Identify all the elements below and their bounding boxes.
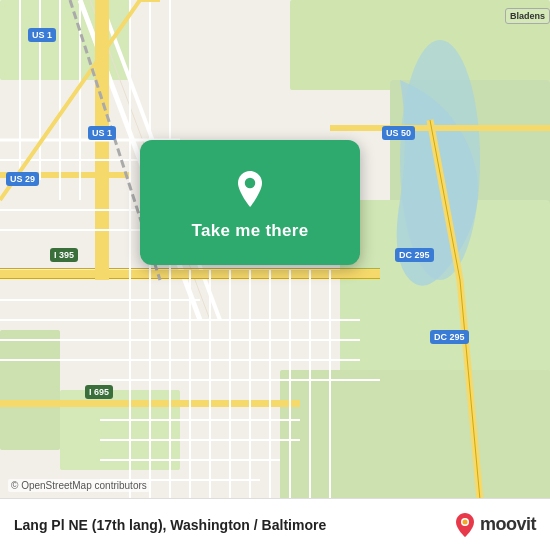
moovit-text: moovit <box>480 514 536 535</box>
road-label-dc295-right: DC 295 <box>395 248 434 262</box>
map-container: US 1 US 29 US 1 US 50 I 395 DC 295 DC 29… <box>0 0 550 550</box>
moovit-pin-icon <box>454 512 476 538</box>
road-label-i695: I 695 <box>85 385 113 399</box>
road-label-us50: US 50 <box>382 126 415 140</box>
road-label-us1-top: US 1 <box>28 28 56 42</box>
location-label-bladens: Bladens <box>505 8 550 24</box>
road-label-us1-mid: US 1 <box>88 126 116 140</box>
svg-rect-4 <box>0 330 60 450</box>
osm-attribution: © OpenStreetMap contributors <box>8 479 150 492</box>
road-label-i395: I 395 <box>50 248 78 262</box>
svg-point-52 <box>462 519 467 524</box>
map-roads-layer <box>0 0 550 550</box>
svg-point-50 <box>245 177 256 188</box>
take-me-there-button[interactable]: Take me there <box>140 140 360 265</box>
moovit-logo: moovit <box>454 512 536 538</box>
location-pin-icon <box>230 165 270 213</box>
location-address: Lang Pl NE (17th lang), Washington / Bal… <box>14 517 326 533</box>
svg-rect-6 <box>280 370 550 500</box>
road-label-us29: US 29 <box>6 172 39 186</box>
bottom-bar: Lang Pl NE (17th lang), Washington / Bal… <box>0 498 550 550</box>
svg-rect-17 <box>330 125 550 131</box>
svg-rect-12 <box>0 268 380 269</box>
road-label-dc295-lower: DC 295 <box>430 330 469 344</box>
bottom-left-info: Lang Pl NE (17th lang), Washington / Bal… <box>14 517 326 533</box>
cta-label: Take me there <box>192 221 309 241</box>
